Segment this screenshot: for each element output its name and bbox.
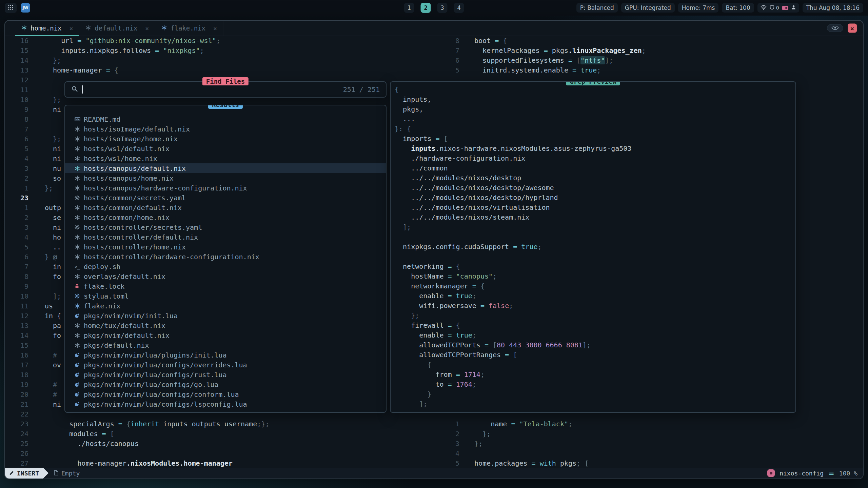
code-line: 26 [5,449,449,459]
finder-result[interactable]: hosts/wsl/default.nix [65,144,386,154]
finder-result[interactable]: flake.lock [65,281,386,291]
shell-icon: >_ [75,264,84,269]
topbar-right: P: Balanced GPU: Integrated Home: 7ms Ba… [576,3,863,13]
code-line: networking = { [395,262,795,271]
finder-results-window: Results README.mdhosts/isoImage/default.… [64,105,387,413]
file-name: flake.nix [84,302,120,310]
finder-result[interactable]: pkgs/nvim/nvim/lua/configs/lspconfig.lua [65,399,386,409]
file-name: hosts/common/default.nix [84,204,182,212]
code-line: 27 home-manager.nixosModules.home-manage… [5,459,449,468]
workspace-button-4[interactable]: 4 [454,3,464,13]
finder-result[interactable]: pkgs/default.nix [65,340,386,350]
nix-icon [75,333,84,338]
line-number: 10 [5,95,28,105]
ping-module[interactable]: Home: 7ms [678,3,719,13]
nix-icon [75,136,84,142]
finder-result[interactable]: hosts/isoImage/home.nix [65,134,386,144]
finder-result[interactable]: pkgs/nvim/nvim/lua/plugins/init.lua [65,350,386,360]
preview-code: { inputs, pkgs, ...}: { imports = [ inpu… [391,82,795,409]
line-number: 14 [5,56,28,65]
gpu-module[interactable]: GPU: Integrated [621,3,675,13]
file-name: pkgs/nvim/nvim/lua/configs/lspconfig.lua [84,400,247,408]
workspace-button-3[interactable]: 3 [437,3,448,13]
finder-result[interactable]: pkgs/nvim/nvim/lua/configs/conform.lua [65,389,386,399]
line-number: 14 [5,331,28,341]
finder-result[interactable]: hosts/canopus/home.nix [65,173,386,183]
file-name: home/tux/default.nix [84,322,165,330]
line-number: 12 [5,311,28,321]
finder-result[interactable]: overlays/default.nix [65,271,386,281]
finder-result[interactable]: stylua.toml [65,291,386,301]
clock-module: Thu Aug 08, 18:16 [803,3,863,13]
tab-flake.nix[interactable]: flake.nix× [155,21,223,36]
code-line: 3}; [449,439,863,449]
finder-result[interactable]: hosts/wsl/home.nix [65,154,386,163]
nix-icon [75,126,84,132]
tab-default.nix[interactable]: default.nix× [79,21,155,36]
finder-result[interactable]: pkgs/nvim/nvim/init.lua [65,311,386,321]
code-line: }: { [395,124,795,134]
shield-icon [770,4,774,11]
window-close-button[interactable]: × [848,24,857,33]
editor-window: home.nix×default.nix×flake.nix× × 16 url… [4,20,864,479]
line-number: 1 [5,183,28,193]
preview-toggle[interactable] [827,24,843,32]
finder-result[interactable]: hosts/common/home.nix [65,212,386,222]
finder-result[interactable]: hosts/controller/home.nix [65,242,386,252]
finder-result[interactable]: README.md [65,114,386,124]
result-counter: 251 / 251 [343,85,380,94]
code-line: { [395,360,795,370]
tray-module[interactable]: 0 [757,3,799,13]
recorder-icon [782,6,788,10]
finder-result[interactable]: hosts/common/default.nix [65,203,386,212]
line-number: 7 [449,46,459,56]
line-number: 11 [5,301,28,311]
right-pane-top-rows: 8boot = {7 kernelPackages = pkgs.linuxPa… [449,36,863,75]
finder-result[interactable]: flake.nix [65,301,386,311]
code-line: 14 }; [5,56,449,65]
tab-close-icon[interactable]: × [213,25,217,32]
right-pane-bottom-rows: 1 name = "Tela-black";2 };3};45home.pack… [449,419,863,468]
app-launcher-button[interactable] [5,3,17,13]
editor-area: 16 url = "github:nix-community/nixos-wsl… [5,36,863,468]
workspace-button-2[interactable]: 2 [421,3,431,13]
file-name: deploy.sh [84,263,120,271]
finder-result[interactable]: pkgs/nvim/nvim/lua/configs/go.lua [65,380,386,389]
tab-close-icon[interactable]: × [145,25,149,32]
file-name: stylua.toml [84,292,129,300]
file-name: pkgs/nvim/nvim/lua/plugins/init.lua [84,351,226,359]
finder-result[interactable]: hosts/controller/default.nix [65,232,386,242]
workspace-button-1[interactable]: 1 [404,3,414,13]
user-logo[interactable]: JW [21,3,30,13]
finder-result[interactable]: hosts/isoImage/default.nix [65,124,386,134]
power-profile-module[interactable]: P: Balanced [576,3,618,13]
tab-label: flake.nix [171,24,205,32]
finder-result[interactable]: pkgs/nvim/nvim/lua/configs/rust.lua [65,370,386,380]
finder-result[interactable]: hosts/controller/secrets.yaml [65,222,386,232]
finder-result[interactable]: pkgs/nvim/default.nix [65,330,386,340]
line-number: 23 [5,419,28,429]
finder-result[interactable]: >_deploy.sh [65,262,386,271]
tab-label: home.nix [31,24,62,32]
finder-result[interactable]: hosts/canopus/default.nix [65,163,386,173]
lua-icon [75,392,84,397]
line-number: 1 [449,419,459,429]
finder-result[interactable]: home/tux/default.nix [65,321,386,330]
tab-home.nix[interactable]: home.nix× [15,21,79,36]
finder-result[interactable]: hosts/canopus/hardware-configuration.nix [65,183,386,193]
battery-module[interactable]: Bat: 100 [722,3,754,13]
nix-blue-icon [75,303,84,309]
code-line: enable = true; [395,330,795,340]
statusline-right: nixos-config ≡ 100 % [767,469,863,477]
finder-result[interactable]: hosts/common/secrets.yaml [65,193,386,203]
code-line: 5 initrd.systemd.enable = true; [449,65,863,75]
finder-result[interactable]: hosts/controller/hardware-configuration.… [65,252,386,262]
finder-prompt-window: Find Files 251 / 251 [64,81,387,98]
file-name: pkgs/nvim/nvim/init.lua [84,312,178,320]
finder-result[interactable]: pkgs/nvim/nvim/lua/configs/overrides.lua [65,360,386,370]
tab-close-icon[interactable]: × [70,25,73,32]
code-line: 8boot = { [449,36,863,46]
file-icon [54,470,58,477]
code-line: 23 specialArgs = {inherit inputs outputs… [5,419,449,429]
file-name: pkgs/nvim/nvim/lua/configs/conform.lua [84,390,239,399]
